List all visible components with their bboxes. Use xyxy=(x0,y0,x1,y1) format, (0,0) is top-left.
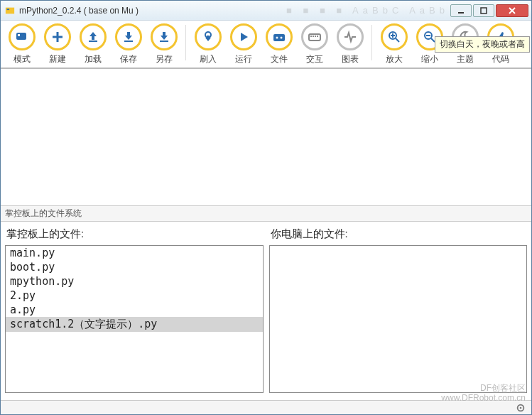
download-icon xyxy=(151,23,178,50)
svg-rect-10 xyxy=(89,41,97,42)
toolbar-code-label: 代码 xyxy=(484,53,517,65)
list-item[interactable]: 2.py xyxy=(6,289,263,303)
toolbar-save-label: 保存 xyxy=(112,53,145,65)
toolbar-theme-label: 主题 xyxy=(448,53,482,65)
svg-rect-11 xyxy=(124,41,133,42)
svg-rect-17 xyxy=(309,34,320,41)
toolbar-saveas-label: 另存 xyxy=(147,53,180,65)
pulse-icon xyxy=(337,23,364,50)
upload-icon xyxy=(80,23,107,50)
titlebar: mPython2_0.2.4 ( base on Mu ) ■ ■ ■ ■ Aa… xyxy=(1,1,531,21)
svg-rect-0 xyxy=(6,7,14,14)
toolbar-separator xyxy=(185,25,186,60)
computer-file-list[interactable] xyxy=(269,245,528,393)
toolbar-files-button[interactable]: 文件 xyxy=(262,23,295,65)
svg-rect-20 xyxy=(315,36,316,37)
svg-rect-18 xyxy=(310,36,312,37)
svg-point-15 xyxy=(276,37,278,39)
download-icon xyxy=(115,23,142,50)
list-item[interactable]: mpython.py xyxy=(6,274,263,289)
computer-files-title: 你电脑上的文件: xyxy=(269,225,528,245)
device-files-column: 掌控板上的文件: main.pyboot.pympython.py2.pya.p… xyxy=(5,225,264,393)
app-window: mPython2_0.2.4 ( base on Mu ) ■ ■ ■ ■ Aa… xyxy=(0,0,532,415)
svg-rect-12 xyxy=(160,41,168,42)
toolbar-repl-button[interactable]: 交互 xyxy=(298,23,331,65)
svg-line-23 xyxy=(396,38,399,42)
list-item[interactable]: scratch1.2（文字提示）.py xyxy=(6,317,263,332)
svg-rect-3 xyxy=(481,8,487,14)
toolbar-run-button[interactable]: 运行 xyxy=(227,23,260,65)
computer-files-column: 你电脑上的文件: xyxy=(269,225,528,393)
svg-rect-14 xyxy=(273,34,285,41)
svg-point-16 xyxy=(280,37,282,39)
svg-rect-7 xyxy=(18,34,20,36)
maximize-button[interactable] xyxy=(473,4,494,17)
toolbar-mode-label: 模式 xyxy=(5,53,38,65)
toolbar-mode-button[interactable]: 模式 xyxy=(5,23,38,65)
window-title: mPython2_0.2.4 ( base on Mu ) xyxy=(19,6,286,16)
play-icon xyxy=(230,23,257,50)
titlebar-background-hint: ■ ■ ■ ■ AaBbC AaBb xyxy=(286,5,449,16)
plus-icon xyxy=(44,23,71,50)
toolbar-saveas-button[interactable]: 另存 xyxy=(147,23,180,65)
toolbar-flash-button[interactable]: 刷入 xyxy=(191,23,224,65)
folder-icon xyxy=(266,23,293,50)
list-item[interactable]: main.py xyxy=(6,246,263,260)
toolbar-separator xyxy=(371,25,372,60)
toolbar-repl-label: 交互 xyxy=(298,53,331,65)
svg-rect-21 xyxy=(317,36,318,37)
svg-line-27 xyxy=(431,38,435,42)
list-item[interactable]: a.py xyxy=(6,303,263,317)
theme-tooltip: 切换白天，夜晚或者高 xyxy=(435,36,530,53)
app-icon xyxy=(5,6,15,16)
svg-rect-19 xyxy=(313,36,314,37)
toolbar-save-button[interactable]: 保存 xyxy=(112,23,145,65)
device-file-list[interactable]: main.pyboot.pympython.py2.pya.pyscratch1… xyxy=(5,245,264,393)
chip-download-icon xyxy=(195,23,222,50)
toolbar-plot-label: 图表 xyxy=(333,53,367,65)
toolbar-files-label: 文件 xyxy=(262,53,295,65)
zoom-in-icon xyxy=(381,23,408,50)
files-panel: 掌控板上的文件: main.pyboot.pympython.py2.pya.p… xyxy=(1,222,531,396)
toolbar-plot-button[interactable]: 图表 xyxy=(333,23,367,65)
toolbar-zoomout-label: 缩小 xyxy=(413,53,446,65)
toolbar-run-label: 运行 xyxy=(227,53,260,65)
toolbar-new-button[interactable]: 新建 xyxy=(40,23,74,65)
files-panel-header: 掌控板上的文件系统 xyxy=(1,205,531,222)
device-files-title: 掌控板上的文件: xyxy=(5,225,264,245)
toolbar-new-label: 新建 xyxy=(40,53,74,65)
statusbar xyxy=(1,400,531,414)
svg-point-30 xyxy=(520,406,522,409)
list-item[interactable]: boot.py xyxy=(6,260,263,274)
minimize-button[interactable] xyxy=(450,4,472,17)
toolbar-load-label: 加载 xyxy=(76,53,109,65)
toolbar-flash-label: 刷入 xyxy=(191,53,224,65)
keyboard-icon xyxy=(301,23,328,50)
toolbar-load-button[interactable]: 加载 xyxy=(76,23,109,65)
toolbar: 模式新建加载保存另存刷入运行文件交互图表放大缩小主题代码切换白天，夜晚或者高 xyxy=(1,21,531,69)
toolbar-zoomin-label: 放大 xyxy=(377,53,411,65)
close-button[interactable] xyxy=(496,4,528,17)
toolbar-zoomin-button[interactable]: 放大 xyxy=(377,23,411,65)
gear-icon[interactable] xyxy=(516,403,526,413)
editor-area[interactable] xyxy=(1,69,531,205)
mode-icon xyxy=(9,23,36,50)
svg-rect-1 xyxy=(7,9,10,10)
